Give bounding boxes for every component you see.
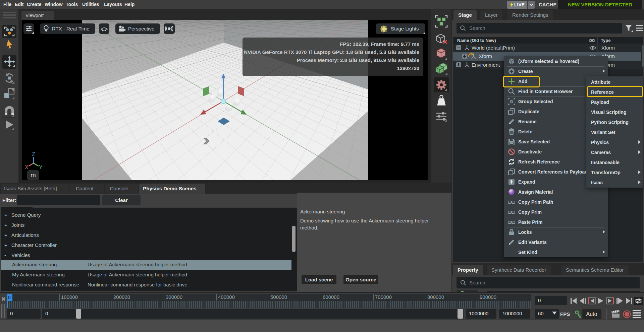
svg-text:Y: Y — [39, 164, 43, 170]
svg-text:X: X — [25, 164, 29, 170]
svg-text:Z: Z — [32, 152, 35, 157]
